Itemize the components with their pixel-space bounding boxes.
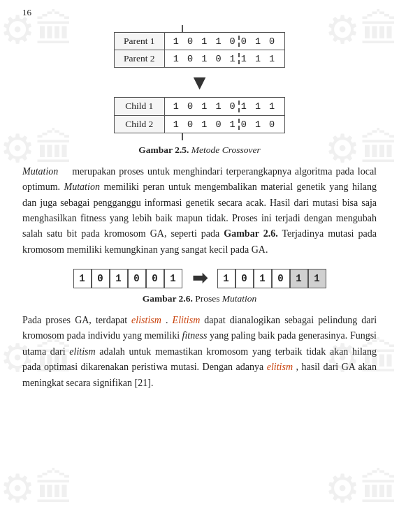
elitism-word1: elistism: [131, 315, 161, 325]
elitism-word3: elitism: [69, 346, 95, 357]
figure-crossover-title: Metode Crossover: [191, 145, 261, 155]
after-bit-2: 1: [254, 269, 272, 288]
after-bit-5: 1: [308, 269, 326, 288]
after-bit-0: 1: [217, 269, 235, 288]
before-bit-2: 1: [110, 269, 128, 288]
parent1-row: Parent 1 1 0 1 1 00 1 0: [114, 33, 284, 50]
child2-bits: 1 0 1 0 10 1 0: [164, 115, 284, 133]
figure-mutation-caption: Gambar 2.6. Proses Mutation: [22, 293, 377, 304]
mutation-after-bits: 1 0 1 0 1 1: [217, 269, 326, 288]
figure-mutation-title-italic: Mutation: [222, 293, 257, 304]
before-bit-0: 1: [73, 269, 92, 288]
child2-label: Child 2: [114, 115, 164, 133]
watermark-bbr: ⚙🏛: [325, 466, 399, 511]
watermark-bbl: ⚙🏛: [0, 466, 74, 511]
figure-mutation-title-plain: Proses: [195, 293, 222, 304]
figure-mutation-label: Gambar 2.6.: [143, 293, 193, 304]
crossover-diagram: Parent 1 1 0 1 1 00 1 0 Parent 2 1 0 1 0…: [88, 25, 312, 140]
fitness-word: fitness: [182, 330, 208, 341]
after-bit-4: 1: [290, 269, 308, 288]
mutation-word1: Mutation: [22, 166, 58, 177]
child-table: Child 1 1 0 1 1 01 1 1 Child 2 1 0 1 0 1…: [114, 97, 285, 133]
parent2-bits: 1 0 1 0 11 1 1: [164, 50, 284, 68]
elitism-text1: Pada proses GA, terdapat: [22, 315, 131, 325]
child1-bits: 1 0 1 1 01 1 1: [164, 98, 284, 115]
before-bit-1: 0: [92, 269, 110, 288]
mutation-before-bits: 1 0 1 0 0 1: [73, 269, 182, 288]
child1-row: Child 1 1 0 1 1 01 1 1: [114, 98, 284, 115]
parent2-row: Parent 2 1 0 1 0 11 1 1: [114, 50, 284, 68]
parent1-bits: 1 0 1 1 00 1 0: [164, 33, 284, 50]
elitism-paragraph: Pada proses GA, terdapat elistism . Elit…: [22, 313, 377, 391]
dashed-line-top: [182, 25, 183, 32]
crossover-arrow: ▼: [189, 72, 210, 93]
mutation-diagram: 1 0 1 0 0 1 ➡ 1 0 1 0 1 1: [22, 267, 377, 289]
elitism-word2: Elitism: [173, 315, 201, 325]
mutation-paragraph: Mutation merupakan proses untuk menghind…: [22, 164, 377, 258]
before-bit-3: 0: [128, 269, 146, 288]
dashed-line-bottom: [182, 133, 183, 140]
page-number: 16: [22, 7, 377, 18]
before-bit-5: 1: [164, 269, 182, 288]
figure-crossover-caption: Gambar 2.5. Metode Crossover: [22, 145, 377, 156]
mutation-arrow: ➡: [192, 267, 208, 289]
parent-table: Parent 1 1 0 1 1 00 1 0 Parent 2 1 0 1 0…: [114, 32, 285, 68]
after-bit-1: 0: [235, 269, 254, 288]
child2-row: Child 2 1 0 1 0 10 1 0: [114, 115, 284, 133]
figure-crossover-label: Gambar 2.5.: [138, 145, 189, 155]
before-bit-4: 0: [146, 269, 164, 288]
parent1-label: Parent 1: [114, 33, 164, 50]
parent2-label: Parent 2: [114, 50, 164, 68]
child1-label: Child 1: [114, 98, 164, 115]
figure-ref-bold: Gambar 2.6.: [224, 228, 277, 239]
after-bit-3: 0: [272, 269, 290, 288]
elitism-word4: elitism: [267, 362, 293, 372]
mutation-word2: Mutation: [64, 182, 100, 192]
elitism-text2: .: [166, 315, 173, 325]
